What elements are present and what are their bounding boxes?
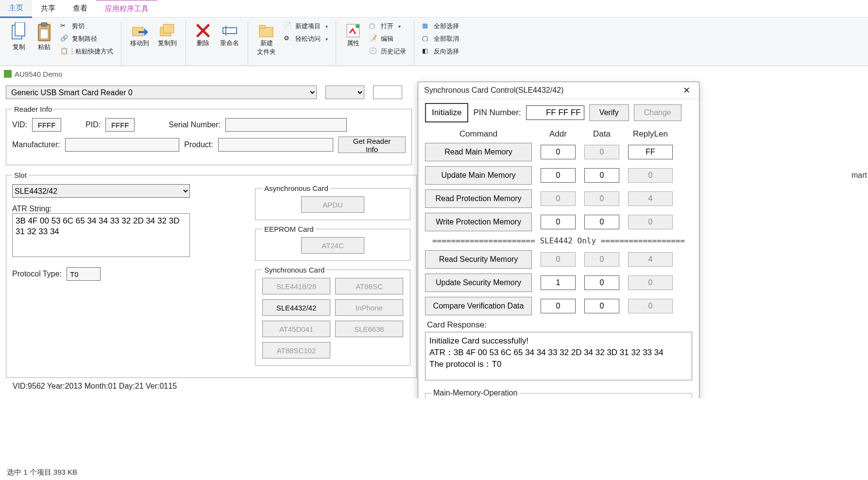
- compare-ver-data-input[interactable]: [584, 299, 619, 313]
- select-all-button[interactable]: ▦全部选择: [419, 20, 462, 32]
- paste-shortcut-button[interactable]: 📋粘贴快捷方式: [57, 46, 116, 57]
- svg-rect-4: [40, 29, 48, 39]
- move-to-icon: [132, 22, 148, 39]
- protocol-type-label: Protocol Type:: [12, 270, 62, 278]
- eeprom-card-group: EEPROM Card AT24C: [255, 225, 410, 261]
- cmd-row-read-prot: Read Protection Memory: [425, 189, 692, 208]
- properties-button[interactable]: 属性: [341, 20, 365, 50]
- pid-label: PID:: [85, 120, 101, 129]
- update-sec-data-input[interactable]: [584, 275, 619, 290]
- write-prot-reply-input: [628, 215, 673, 229]
- copy-button[interactable]: 复制: [7, 20, 31, 53]
- compare-ver-addr-input[interactable]: [541, 299, 576, 313]
- pin-input[interactable]: [526, 105, 584, 120]
- slot-legend: Slot: [12, 171, 29, 179]
- move-to-button[interactable]: 移动到: [126, 20, 153, 50]
- sle4432-button[interactable]: SLE4432/42: [262, 299, 330, 316]
- svg-rect-3: [41, 22, 47, 26]
- svg-rect-7: [163, 24, 174, 33]
- vid-input[interactable]: [32, 118, 61, 132]
- read-main-addr-input[interactable]: [541, 145, 576, 159]
- read-sec-data-input: [584, 252, 619, 267]
- paste-button[interactable]: 粘贴: [32, 20, 56, 53]
- new-item-button[interactable]: 📄新建项目▾: [281, 20, 331, 32]
- open-icon: ▢: [369, 22, 378, 31]
- status-line: VID:9562 Year:2013 Month:01 Day:21 Ver:0…: [6, 378, 412, 394]
- cut-icon: ✂: [60, 22, 69, 31]
- product-input[interactable]: [218, 138, 333, 152]
- copy-path-button[interactable]: 🔗复制路径: [57, 33, 116, 45]
- open-button[interactable]: ▢打开▾: [366, 20, 409, 32]
- tab-app-tools[interactable]: 应用程序工具: [96, 0, 157, 17]
- svg-rect-1: [15, 22, 25, 36]
- update-main-addr-input[interactable]: [541, 168, 576, 183]
- delete-button[interactable]: 删除: [191, 20, 215, 50]
- tab-view[interactable]: 查看: [64, 0, 96, 17]
- easy-access-button[interactable]: ⚙轻松访问▾: [281, 33, 331, 45]
- cut-button[interactable]: ✂剪切: [57, 20, 116, 32]
- history-icon: 🕘: [369, 47, 378, 56]
- read-sec-button[interactable]: Read Security Memory: [425, 250, 532, 269]
- cmd-row-update-sec: Update Security Memory: [425, 274, 692, 292]
- cmd-row-read-sec: Read Security Memory: [425, 250, 692, 269]
- history-button[interactable]: 🕘历史记录: [366, 46, 409, 57]
- tab-home[interactable]: 主页: [0, 0, 32, 18]
- initialize-button[interactable]: Initialize: [425, 103, 468, 122]
- header-data: Data: [584, 129, 619, 139]
- write-prot-data-input[interactable]: [584, 215, 619, 229]
- rename-button[interactable]: 重命名: [216, 20, 243, 50]
- new-folder-button[interactable]: 新建 文件夹: [253, 20, 280, 58]
- select-all-icon: ▦: [422, 22, 431, 31]
- svg-point-13: [356, 24, 359, 28]
- read-main-button[interactable]: Read Main Memory: [425, 143, 532, 161]
- read-main-data-input: [584, 145, 619, 159]
- paste-icon: [36, 22, 52, 43]
- write-prot-button[interactable]: Write Protection Memory: [425, 213, 532, 231]
- read-prot-button[interactable]: Read Protection Memory: [425, 189, 532, 208]
- card-response-box[interactable]: Initialize Card successfully! ATR：3B 4F …: [425, 332, 692, 380]
- sync-legend: Synchronous Card: [262, 266, 326, 274]
- app-icon: [4, 70, 12, 78]
- slot-card-type-select[interactable]: SLE4432/42: [12, 184, 190, 198]
- at45d041-button: AT45D041: [262, 321, 330, 337]
- serial-input[interactable]: [225, 118, 347, 132]
- reader-info-legend: Reader Info: [12, 105, 54, 113]
- compare-ver-button[interactable]: Compare Verification Data: [425, 297, 532, 315]
- update-sec-addr-input[interactable]: [541, 275, 576, 290]
- tab-share[interactable]: 共享: [32, 0, 64, 17]
- update-main-button[interactable]: Update Main Memory: [425, 166, 532, 185]
- app-title-bar: AU9540 Demo: [0, 66, 868, 82]
- reader-select[interactable]: Generic USB Smart Card Reader 0: [6, 86, 317, 99]
- aux-input-1[interactable]: [373, 86, 402, 99]
- serial-label: Serial Number:: [169, 120, 221, 129]
- update-main-data-input[interactable]: [584, 168, 619, 183]
- write-prot-addr-input[interactable]: [541, 215, 576, 229]
- update-sec-button[interactable]: Update Security Memory: [425, 274, 532, 292]
- atr-string-box[interactable]: 3B 4F 00 53 6C 65 34 34 33 32 2D 34 32 3…: [12, 213, 190, 257]
- aux-select-1[interactable]: [325, 86, 364, 99]
- at88sc-button: AT88SC: [335, 278, 403, 294]
- select-none-button[interactable]: ▢全部取消: [419, 33, 462, 45]
- copy-to-button[interactable]: 复制到: [154, 20, 181, 50]
- read-main-reply-input[interactable]: [628, 145, 673, 159]
- read-sec-reply-input: [628, 252, 673, 267]
- read-prot-addr-input: [541, 191, 576, 206]
- apdu-button: APDU: [301, 196, 364, 213]
- move-to-label: 移动到: [130, 39, 149, 48]
- manufacturer-input[interactable]: [65, 138, 179, 152]
- verify-button[interactable]: Verify: [589, 104, 629, 121]
- chevron-down-icon: ▾: [325, 36, 328, 42]
- reader-info-group: Reader Info VID: PID: Serial Number: Man…: [6, 105, 412, 165]
- manufacturer-label: Manufacturer:: [12, 140, 60, 149]
- pid-input[interactable]: [105, 118, 135, 132]
- protocol-type-input[interactable]: [67, 267, 101, 281]
- close-icon[interactable]: ✕: [680, 85, 693, 96]
- edit-button[interactable]: 📝编辑: [366, 33, 409, 45]
- invert-selection-button[interactable]: ◧反向选择: [419, 46, 462, 57]
- get-reader-info-button[interactable]: Get Reader Info: [338, 137, 406, 153]
- svg-rect-10: [259, 27, 273, 37]
- copy-to-label: 复制到: [158, 39, 177, 48]
- properties-icon: [345, 22, 361, 39]
- sle6636-button: SLE6636: [335, 321, 403, 337]
- read-prot-data-input: [584, 191, 619, 206]
